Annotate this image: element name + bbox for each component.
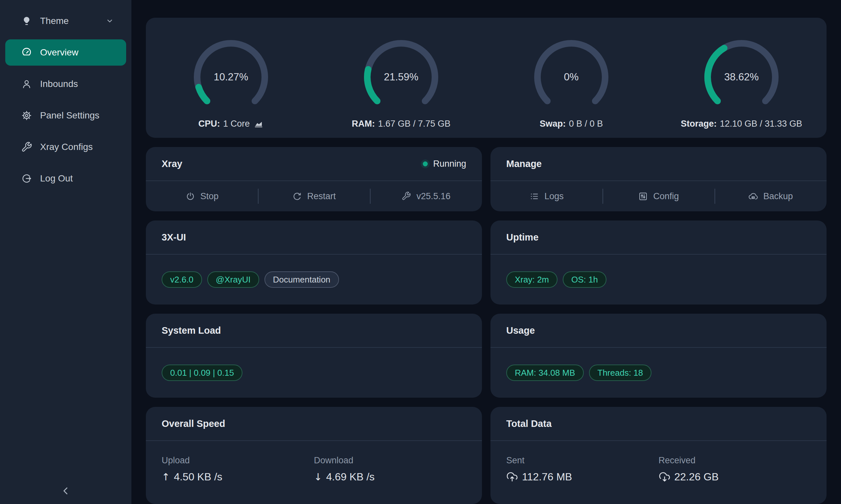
stop-button[interactable]: Stop bbox=[146, 181, 258, 211]
upload-label: Upload bbox=[161, 455, 314, 466]
system-gauges-card: 10.27% CPU: 1 Core 21.59% bbox=[146, 18, 826, 138]
logs-button[interactable]: Logs bbox=[491, 181, 602, 211]
sidebar-item-label: Theme bbox=[40, 16, 69, 26]
status-dot bbox=[423, 161, 428, 166]
upload-value: ↑ 4.50 KB /s bbox=[161, 471, 314, 483]
usage-card-title: Usage bbox=[506, 325, 535, 336]
xui-card: 3X-UI v2.6.0 @XrayUI Documentation bbox=[146, 220, 482, 305]
sidebar-item-label: Log Out bbox=[40, 173, 73, 184]
version-badge[interactable]: v2.6.0 bbox=[161, 271, 202, 288]
usage-card: Usage RAM: 34.08 MB Threads: 18 bbox=[491, 314, 826, 398]
xray-card-title: Xray bbox=[161, 159, 182, 169]
cpu-gauge: 10.27% CPU: 1 Core bbox=[146, 36, 316, 138]
swap-percent: 0% bbox=[530, 36, 612, 118]
manage-card-title: Manage bbox=[506, 159, 542, 169]
cloud-upload-icon bbox=[506, 471, 518, 483]
xray-status: Running bbox=[423, 159, 466, 169]
list-icon bbox=[529, 191, 539, 201]
wrench-icon bbox=[401, 191, 412, 201]
cpu-label: CPU: 1 Core bbox=[199, 119, 264, 129]
xray-uptime-badge: Xray: 2m bbox=[506, 271, 557, 288]
uptime-card-title: Uptime bbox=[506, 232, 538, 243]
config-button[interactable]: Config bbox=[602, 181, 715, 211]
sidebar-item-inbounds[interactable]: Inbounds bbox=[5, 71, 126, 97]
sidebar-item-xray-configs[interactable]: Xray Configs bbox=[5, 134, 126, 160]
sent-value: 112.76 MB bbox=[506, 471, 659, 483]
sliders-icon bbox=[638, 191, 648, 201]
sent-stat: Sent 112.76 MB bbox=[506, 455, 659, 504]
sidebar-collapse-button[interactable] bbox=[0, 485, 132, 498]
system-load-title: System Load bbox=[161, 325, 221, 336]
sidebar-item-overview[interactable]: Overview bbox=[5, 39, 126, 66]
sidebar-item-panel-settings[interactable]: Panel Settings bbox=[5, 102, 126, 129]
swap-label: Swap: 0 B / 0 B bbox=[540, 119, 603, 129]
total-data-card: Total Data Sent bbox=[491, 407, 826, 504]
sidebar-item-label: Overview bbox=[40, 47, 79, 58]
arrow-up-icon: ↑ bbox=[161, 471, 170, 483]
area-chart-icon[interactable] bbox=[254, 119, 263, 129]
received-label: Received bbox=[659, 455, 811, 466]
sidebar-item-logout[interactable]: Log Out bbox=[5, 165, 126, 192]
cpu-percent: 10.27% bbox=[190, 36, 272, 118]
gauge-icon bbox=[21, 47, 32, 58]
os-uptime-badge: OS: 1h bbox=[563, 271, 606, 288]
user-icon bbox=[21, 78, 32, 90]
sidebar-nav: Theme Overview bbox=[0, 8, 132, 192]
download-value: ↓ 4.69 KB /s bbox=[314, 471, 466, 483]
download-label: Download bbox=[314, 455, 466, 466]
sent-label: Sent bbox=[506, 455, 659, 466]
cloud-server-icon bbox=[748, 191, 758, 201]
received-stat: Received 22.26 GB bbox=[659, 455, 811, 504]
storage-label: Storage: 12.10 GB / 31.33 GB bbox=[681, 119, 802, 129]
xrayui-badge[interactable]: @XrayUI bbox=[207, 271, 259, 288]
uptime-card: Uptime Xray: 2m OS: 1h bbox=[491, 220, 826, 305]
total-data-title: Total Data bbox=[506, 418, 552, 429]
chevron-left-icon bbox=[60, 485, 72, 498]
restart-button[interactable]: Restart bbox=[258, 181, 370, 211]
sidebar-item-label: Inbounds bbox=[40, 79, 78, 89]
documentation-badge[interactable]: Documentation bbox=[264, 271, 339, 288]
download-stat: Download ↓ 4.69 KB /s bbox=[314, 455, 466, 504]
wrench-icon bbox=[21, 141, 32, 152]
manage-card: Manage bbox=[491, 147, 826, 211]
cloud-download-icon bbox=[659, 471, 670, 483]
ram-label: RAM: 1.67 GB / 7.75 GB bbox=[352, 119, 451, 129]
chevron-down-icon bbox=[105, 16, 114, 25]
logout-icon bbox=[21, 173, 32, 184]
lightbulb-icon bbox=[21, 15, 32, 26]
system-load-card: System Load 0.01 | 0.09 | 0.15 bbox=[146, 314, 482, 398]
upload-stat: Upload ↑ 4.50 KB /s bbox=[161, 455, 314, 504]
backup-button[interactable]: Backup bbox=[715, 181, 826, 211]
main-content: 10.27% CPU: 1 Core 21.59% bbox=[132, 0, 841, 504]
power-icon bbox=[185, 191, 195, 201]
sidebar-item-label: Panel Settings bbox=[40, 110, 100, 121]
overall-speed-title: Overall Speed bbox=[161, 418, 225, 429]
threads-badge: Threads: 18 bbox=[589, 364, 652, 381]
xray-card: Xray Running Stop bbox=[146, 147, 482, 211]
gear-icon bbox=[21, 110, 32, 121]
xray-status-text: Running bbox=[433, 159, 466, 169]
xui-card-title: 3X-UI bbox=[161, 232, 186, 243]
ram-usage-badge: RAM: 34.08 MB bbox=[506, 364, 584, 381]
received-value: 22.26 GB bbox=[659, 471, 811, 483]
ram-percent: 21.59% bbox=[360, 36, 442, 118]
swap-gauge: 0% Swap: 0 B / 0 B bbox=[486, 36, 656, 138]
sidebar: Theme Overview bbox=[0, 0, 132, 504]
arrow-down-icon: ↓ bbox=[314, 471, 322, 483]
ram-gauge: 21.59% RAM: 1.67 GB / 7.75 GB bbox=[316, 36, 486, 138]
load-average-badge: 0.01 | 0.09 | 0.15 bbox=[161, 364, 242, 381]
app-root: Theme Overview bbox=[0, 0, 841, 504]
restart-icon bbox=[292, 191, 302, 201]
storage-percent: 38.62% bbox=[700, 36, 783, 118]
storage-gauge: 38.62% Storage: 12.10 GB / 31.33 GB bbox=[656, 36, 826, 138]
xray-version-button[interactable]: v25.5.16 bbox=[370, 181, 482, 211]
sidebar-item-theme[interactable]: Theme bbox=[5, 8, 126, 34]
sidebar-item-label: Xray Configs bbox=[40, 142, 93, 152]
overall-speed-card: Overall Speed Upload ↑ 4.50 KB /s Downlo… bbox=[146, 407, 482, 504]
